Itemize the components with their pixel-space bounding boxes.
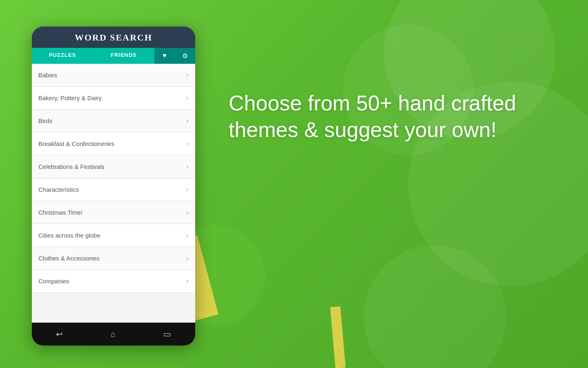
list-item-label: Characteristics [38, 186, 186, 193]
list-item-celebrations[interactable]: Celebrations & Festivals › [32, 155, 195, 178]
list-item-label: Breakfast & Confectioneries [38, 140, 186, 147]
phone-mockup: WORD SEARCH PUZZLES FRIENDS ♥ ⚙ Babies ›… [32, 27, 195, 346]
list-item-label: Birds [38, 117, 186, 124]
list-item-cities[interactable]: Cities across the globe › [32, 224, 195, 247]
promo-text: Choose from 50+ hand crafted themes & su… [229, 90, 564, 143]
chevron-right-icon: › [186, 71, 189, 79]
list-item[interactable]: Breakfast & Confectioneries › [32, 132, 195, 155]
list-item-label: Clothes & Accessories [38, 255, 186, 262]
list-item-label: Celebrations & Festivals [38, 163, 186, 170]
nav-tabs: PUZZLES FRIENDS ♥ ⚙ [32, 48, 195, 64]
back-icon: ↩ [56, 329, 63, 339]
home-icon: ⌂ [111, 330, 116, 339]
recents-button[interactable]: ▭ [163, 329, 171, 339]
tab-friends[interactable]: FRIENDS [93, 48, 154, 64]
heart-icon: ♥ [163, 52, 167, 59]
chevron-right-icon: › [186, 139, 189, 148]
list-item-label: Companies [38, 278, 186, 285]
list-item-label: Cities across the globe [38, 232, 186, 239]
chevron-right-icon: › [186, 162, 189, 171]
chevron-right-icon: › [186, 185, 189, 194]
gear-icon: ⚙ [182, 52, 188, 59]
list-item[interactable]: Christmas Time! › [32, 201, 195, 224]
list-item[interactable]: Babies › [32, 64, 195, 87]
list-item[interactable]: Bakery, Pottery & Dairy › [32, 87, 195, 110]
chevron-right-icon: › [186, 277, 189, 285]
list-item-label: Christmas Time! [38, 209, 186, 216]
tab-heart[interactable]: ♥ [154, 48, 175, 64]
chevron-right-icon: › [186, 208, 189, 217]
app-header: WORD SEARCH PUZZLES FRIENDS ♥ ⚙ [32, 27, 195, 64]
list-item[interactable]: Birds › [32, 110, 195, 132]
chevron-right-icon: › [186, 117, 189, 125]
list-item-clothes[interactable]: Clothes & Accessories › [32, 247, 195, 270]
recents-icon: ▭ [163, 329, 171, 339]
list-item[interactable]: Companies › [32, 270, 195, 293]
back-button[interactable]: ↩ [56, 329, 63, 339]
tab-puzzles[interactable]: PUZZLES [32, 48, 93, 64]
tab-settings[interactable]: ⚙ [175, 48, 195, 64]
list-item-label: Babies [38, 72, 186, 79]
home-button[interactable]: ⌂ [111, 330, 116, 339]
list-item-characteristics[interactable]: Characteristics › [32, 178, 195, 201]
yellow-strip-2 [330, 306, 346, 368]
puzzle-list: Babies › Bakery, Pottery & Dairy › Birds… [32, 64, 195, 323]
app-title: WORD SEARCH [32, 32, 195, 43]
chevron-right-icon: › [186, 231, 189, 240]
chevron-right-icon: › [186, 94, 189, 102]
chevron-right-icon: › [186, 254, 189, 263]
bottom-nav-bar: ↩ ⌂ ▭ [32, 323, 195, 346]
list-item-label: Bakery, Pottery & Dairy [38, 94, 186, 101]
